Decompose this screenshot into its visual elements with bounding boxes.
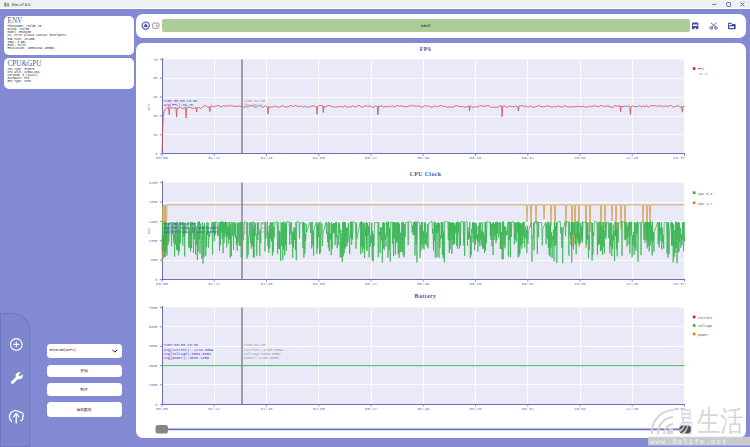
svg-text:06:49: 06:49 — [417, 282, 430, 286]
svg-text:45: 45 — [153, 95, 157, 99]
svg-text:02:43: 02:43 — [260, 282, 273, 286]
svg-text:01:22: 01:22 — [208, 156, 221, 160]
svg-text:08:10: 08:10 — [469, 156, 482, 160]
svg-text:power:-4295.00mW: power:-4295.00mW — [244, 356, 279, 360]
svg-text:FPS: FPS — [148, 104, 152, 110]
svg-text:FPS: FPS — [420, 46, 432, 52]
svg-text:cpu 4-7: cpu 4-7 — [698, 202, 712, 206]
svg-text:00:00: 00:00 — [156, 156, 169, 160]
svg-text:FPS: FPS — [698, 67, 704, 71]
svg-text:04:05: 04:05 — [313, 407, 326, 411]
svg-text:10:54: 10:54 — [574, 282, 587, 286]
svg-text:3250: 3250 — [149, 181, 158, 185]
svg-text:10:54: 10:54 — [574, 407, 587, 411]
svg-text:cpu 0-3: cpu 0-3 — [698, 192, 712, 196]
svg-text:1500: 1500 — [149, 383, 158, 387]
svg-text:MHz: MHz — [148, 228, 152, 234]
svg-text:voltage: voltage — [698, 324, 712, 328]
svg-text:12:15: 12:15 — [626, 407, 639, 411]
svg-text:cpu4-7:2507MHz: cpu4-7:2507MHz — [244, 230, 272, 234]
svg-text:15: 15 — [153, 133, 157, 137]
svg-text:06:49: 06:49 — [417, 407, 430, 411]
svg-text:75: 75 — [153, 58, 157, 62]
svg-text:13:37: 13:37 — [673, 156, 686, 160]
svg-text:Avg(MHz)(cpu4-7):2457.31MHz: Avg(MHz)(cpu4-7):2457.31MHz — [164, 230, 217, 234]
svg-text:06:49: 06:49 — [417, 156, 430, 160]
svg-text:Time:00:00-13:36: Time:00:00-13:36 — [164, 99, 198, 103]
svg-text:power: power — [698, 333, 708, 337]
svg-text:12:15: 12:15 — [626, 282, 639, 286]
svg-text:10:54: 10:54 — [574, 156, 587, 160]
svg-text:生活: 生活 — [697, 405, 743, 437]
svg-text:04:05: 04:05 — [313, 156, 326, 160]
svg-text:4500: 4500 — [149, 344, 158, 348]
svg-text:12:15: 12:15 — [626, 156, 639, 160]
svg-text:09:32: 09:32 — [522, 282, 535, 286]
svg-text:avg(power):-3688.14mW: avg(power):-3688.14mW — [164, 356, 210, 360]
svg-text:02:43: 02:43 — [260, 407, 273, 411]
svg-text:05:27: 05:27 — [365, 282, 378, 286]
svg-text:08:10: 08:10 — [469, 407, 482, 411]
svg-text:13:37: 13:37 — [673, 282, 686, 286]
svg-text:3000: 3000 — [149, 364, 158, 368]
svg-text:1950: 1950 — [149, 220, 158, 224]
svg-text:60: 60 — [153, 76, 157, 80]
svg-text:7500: 7500 — [149, 306, 158, 310]
svg-text:01:22: 01:22 — [208, 282, 221, 286]
svg-text:650: 650 — [151, 258, 157, 262]
svg-text:09:32: 09:32 — [522, 407, 535, 411]
svg-text:Battery: Battery — [415, 293, 437, 299]
svg-text:fps:40.21: fps:40.21 — [244, 103, 263, 107]
svg-text:6000: 6000 — [149, 325, 158, 329]
svg-text:Time:02:05: Time:02:05 — [244, 99, 265, 103]
svg-text:00:00: 00:00 — [156, 282, 169, 286]
svg-text:易: 易 — [679, 406, 693, 437]
svg-text:www.3olife.net: www.3olife.net — [650, 438, 728, 446]
svg-text:CPU Clock: CPU Clock — [410, 171, 442, 177]
svg-text:30: 30 — [153, 114, 157, 118]
svg-text:04:05: 04:05 — [313, 282, 326, 286]
svg-text:40.19: 40.19 — [699, 72, 708, 76]
svg-text:avg(FPS):39.75: avg(FPS):39.75 — [164, 103, 193, 107]
svg-text:05:27: 05:27 — [365, 156, 378, 160]
svg-text:2600: 2600 — [149, 200, 158, 204]
svg-text:current: current — [698, 316, 712, 320]
svg-text:09:32: 09:32 — [522, 156, 535, 160]
svg-text:1300: 1300 — [149, 239, 158, 243]
svg-text:01:22: 01:22 — [208, 407, 221, 411]
svg-text:0: 0 — [155, 403, 157, 407]
svg-text:00:00: 00:00 — [156, 407, 169, 411]
svg-text:05:27: 05:27 — [365, 407, 378, 411]
svg-text:02:43: 02:43 — [260, 156, 273, 160]
svg-text:08:10: 08:10 — [469, 282, 482, 286]
